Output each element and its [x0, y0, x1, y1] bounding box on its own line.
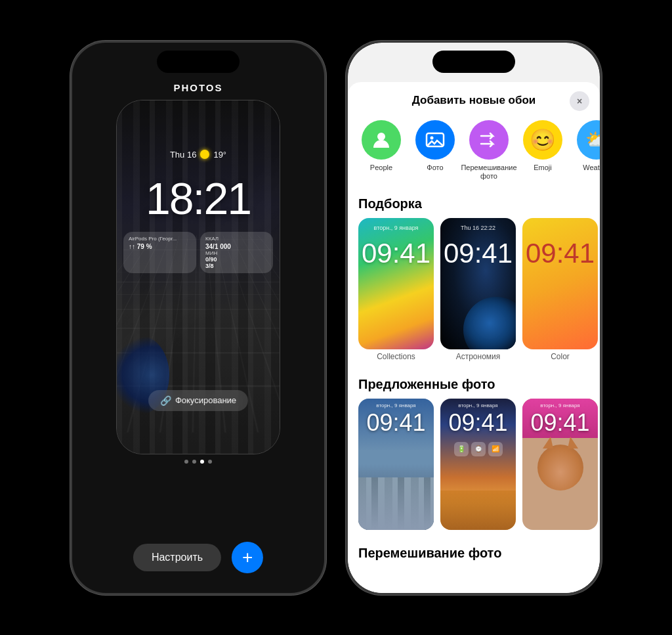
wp-type-emoji[interactable]: 😊 Emoji — [520, 120, 566, 181]
people-icon — [362, 120, 401, 160]
astronomy-preview: Thu 16 22:22 09:41 — [440, 218, 516, 349]
section-suggested: Предложенные фото — [348, 372, 600, 399]
sheet-title: Добавить новые обои — [412, 94, 536, 107]
left-notch — [157, 51, 240, 73]
lockscreen-preview[interactable]: Thu 16 19° 18:21 AirPods Pro (Георг... ↑… — [116, 100, 280, 454]
sheet-header: Добавить новые обои × — [348, 82, 600, 114]
airpods-value: ↑↑ 79 % — [129, 243, 191, 250]
sunset-time: 09:41 — [448, 409, 507, 437]
city-time: 09:41 — [366, 409, 425, 437]
photos-title: PHOTOS — [173, 82, 222, 93]
s-widget-1: 🔋 — [454, 442, 469, 456]
water-reflection — [440, 491, 516, 530]
city-date: вторн., 9 января — [376, 403, 415, 408]
coll-date: вторн., 9 января — [374, 225, 419, 231]
bottom-spacer — [348, 567, 600, 593]
sheet: Добавить новые обои × People — [348, 82, 600, 593]
steps-value: 3/8 — [205, 263, 268, 269]
focus-button[interactable]: 🔗 Фокусирование — [148, 390, 248, 411]
widget-airpods: AirPods Pro (Георг... ↑↑ 79 % — [123, 232, 196, 273]
dot-1 — [184, 460, 188, 464]
color-label: Color — [522, 352, 598, 361]
collections-bg: вторн., 9 января 09:41 — [358, 218, 434, 349]
emoji-icon: 😊 — [523, 120, 562, 160]
wallpaper-types-row: People Фото — [348, 114, 600, 191]
min-value: 0/90 — [205, 256, 268, 263]
wp-type-weather[interactable]: ⛅ Weather — [574, 120, 600, 181]
right-screen: Добавить новые обои × People — [348, 43, 600, 593]
collection-item-color[interactable]: 09:41 Color — [522, 218, 598, 361]
cat-visual — [537, 445, 583, 491]
kcal-label: ККАЛ — [205, 236, 268, 242]
volume-down-button[interactable] — [70, 177, 72, 210]
earth-visual — [463, 297, 516, 349]
link-icon: 🔗 — [160, 395, 171, 406]
left-screen: PHOTOS Thu 16 19° 18:21 AirPods Pro (Гео… — [72, 43, 324, 593]
suggested-item-cat[interactable]: вторн., 9 января 09:41 — [522, 399, 598, 530]
weather-label: Weather — [583, 164, 600, 172]
collections-label: Collections — [358, 352, 434, 361]
suggested-grid: вторн., 9 января 09:41 вторн., 9 января … — [348, 399, 600, 540]
astro-time: 09:41 — [444, 238, 513, 269]
dot-3-active — [200, 460, 204, 464]
emoji-label: Emoji — [534, 164, 552, 172]
suggested-item-sunset[interactable]: вторн., 9 января 09:41 🔋 ⌚ 📶 — [440, 399, 516, 530]
collection-item-collections[interactable]: вторн., 9 января 09:41 Collections — [358, 218, 434, 361]
people-label: People — [370, 164, 392, 172]
lockscreen-widgets: AirPods Pro (Георг... ↑↑ 79 % ККАЛ 34/1 … — [123, 232, 273, 273]
close-button[interactable]: × — [570, 91, 589, 111]
coll-time: 09:41 — [362, 238, 430, 269]
sunset-date: вторн., 9 января — [458, 403, 497, 408]
svg-point-0 — [377, 133, 385, 141]
color-bg: 09:41 — [522, 218, 598, 349]
collections-preview: вторн., 9 января 09:41 — [358, 218, 434, 349]
wp-type-photo[interactable]: Фото — [412, 120, 458, 181]
photo-label: Фото — [427, 164, 443, 172]
shuffle-label: Перемешивание фото — [461, 164, 516, 181]
volume-up-button[interactable] — [70, 135, 72, 167]
dot-4 — [208, 460, 212, 464]
astronomy-label: Астрономия — [440, 352, 516, 361]
color-preview: 09:41 — [522, 218, 598, 349]
svg-point-2 — [430, 136, 434, 139]
sun-icon — [200, 150, 209, 159]
bottom-bar: Настроить + — [133, 542, 263, 573]
side-button-right[interactable] — [325, 148, 326, 200]
astro-date: Thu 16 22:22 — [461, 225, 495, 231]
right-notch — [432, 51, 515, 73]
kcal-value: 34/1 000 — [205, 243, 268, 250]
min-label: МИН — [205, 250, 268, 256]
sunset-widgets: 🔋 ⌚ 📶 — [454, 442, 503, 456]
customize-button[interactable]: Настроить — [133, 544, 221, 571]
add-button[interactable]: + — [232, 542, 263, 573]
lockscreen-time: 18:21 — [146, 173, 251, 224]
dot-2 — [192, 460, 196, 464]
s-widget-3: 📶 — [488, 442, 503, 456]
lockscreen-date: Thu 16 19° — [170, 150, 226, 160]
weather-icon: ⛅ — [577, 120, 600, 160]
temp-text: 19° — [213, 150, 226, 160]
section-podborka: Подборка — [348, 191, 600, 218]
cat-date: вторн., 9 января — [540, 403, 579, 408]
page-dots — [184, 460, 212, 464]
section-shuffle: Перемешивание фото — [348, 540, 600, 567]
right-side-button[interactable] — [600, 148, 602, 200]
airpods-label: AirPods Pro (Георг... — [129, 236, 191, 242]
date-text: Thu 16 — [170, 150, 196, 160]
cat-time: 09:41 — [530, 409, 589, 437]
widget-kcal: ККАЛ 34/1 000 МИН 0/90 3/8 — [200, 232, 273, 273]
astronomy-bg: Thu 16 22:22 09:41 — [440, 218, 516, 349]
color-time: 09:41 — [526, 238, 595, 269]
suggested-item-city[interactable]: вторн., 9 января 09:41 — [358, 399, 434, 530]
focus-label: Фокусирование — [175, 395, 236, 405]
photo-icon — [415, 120, 455, 160]
wp-type-people[interactable]: People — [358, 120, 404, 181]
collection-item-astronomy[interactable]: Thu 16 22:22 09:41 Астрономия — [440, 218, 516, 361]
left-phone: PHOTOS Thu 16 19° 18:21 AirPods Pro (Гео… — [70, 41, 326, 595]
collection-grid: вторн., 9 января 09:41 Collections Thu 1… — [348, 218, 600, 372]
shuffle-icon — [469, 120, 509, 160]
wp-type-shuffle[interactable]: Перемешивание фото — [466, 120, 512, 181]
s-widget-2: ⌚ — [471, 442, 486, 456]
city-buildings — [358, 477, 434, 530]
right-phone: Добавить новые обои × People — [346, 41, 602, 595]
